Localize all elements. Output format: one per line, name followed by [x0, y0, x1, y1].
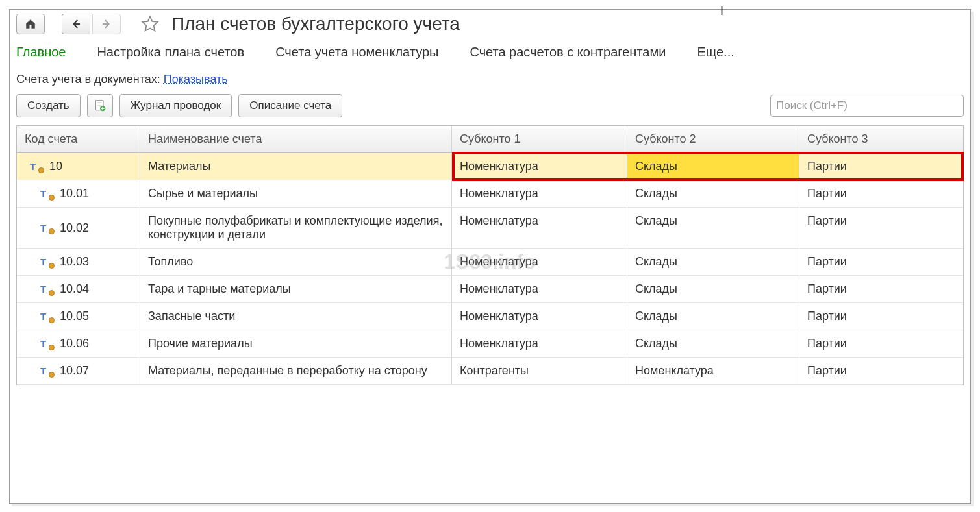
cell-code: Т10.02: [17, 208, 140, 248]
grid-header: Код счета Наименование счета Субконто 1 …: [17, 126, 963, 153]
home-button[interactable]: [16, 14, 45, 34]
cell-sub1: Номенклатура: [452, 180, 627, 207]
cell-name: Покупные полуфабрикаты и комплектующие и…: [140, 208, 452, 248]
cell-sub1: Контрагенты: [452, 358, 627, 384]
cell-sub3: Партии: [799, 208, 963, 248]
table-row[interactable]: Т10.02Покупные полуфабрикаты и комплекту…: [17, 208, 963, 249]
account-type-icon: Т: [40, 222, 52, 234]
search-input[interactable]: [770, 95, 964, 117]
app-window: I План счетов бухгалтерского учета Главн…: [9, 9, 971, 504]
table-row[interactable]: Т10.03ТопливоНоменклатураСкладыПартии: [17, 249, 963, 276]
forward-button[interactable]: [92, 14, 121, 34]
star-icon: [141, 15, 159, 33]
header-sub1[interactable]: Субконто 1: [452, 126, 627, 152]
grid-body: Т10МатериалыНоменклатураСкладыПартииТ10.…: [17, 153, 963, 385]
cell-sub1: Номенклатура: [452, 208, 627, 248]
cell-sub2: Склады: [627, 153, 799, 180]
tab-counterparty-accounts[interactable]: Счета расчетов с контрагентами: [470, 45, 666, 60]
cell-name: Топливо: [140, 249, 452, 275]
header-sub3[interactable]: Субконто 3: [799, 126, 963, 152]
account-type-icon: Т: [40, 338, 52, 350]
account-code: 10.06: [60, 337, 89, 350]
cell-sub2: Склады: [627, 180, 799, 207]
cell-sub1: Номенклатура: [452, 276, 627, 302]
filter-row: Счета учета в документах: Показывать: [10, 66, 970, 91]
cell-name: Материалы: [140, 153, 452, 180]
cell-name: Материалы, переданные в переработку на с…: [140, 358, 452, 384]
account-code: 10.02: [60, 221, 89, 235]
account-type-icon: Т: [40, 311, 52, 323]
cell-sub2: Склады: [627, 249, 799, 275]
table-row[interactable]: Т10.04Тара и тарные материалыНоменклатур…: [17, 276, 963, 303]
filter-label: Счета учета в документах:: [16, 73, 164, 86]
page-title: План счетов бухгалтерского учета: [171, 14, 460, 34]
copy-plus-icon: [94, 99, 107, 112]
accounts-grid: Код счета Наименование счета Субконто 1 …: [16, 125, 964, 385]
account-code: 10.03: [60, 255, 89, 269]
table-row[interactable]: Т10.01Сырье и материалыНоменклатураСклад…: [17, 180, 963, 208]
cell-sub3: Партии: [799, 358, 963, 384]
cell-code: Т10.06: [17, 330, 140, 357]
copy-button[interactable]: [87, 94, 113, 117]
account-code: 10: [49, 160, 62, 173]
cell-code: Т10: [17, 153, 140, 180]
filter-link[interactable]: Показывать: [164, 73, 228, 86]
cell-sub3: Партии: [799, 249, 963, 275]
nav-group: [16, 14, 121, 34]
cell-name: Прочие материалы: [140, 330, 452, 357]
titlebar: План счетов бухгалтерского учета: [10, 10, 970, 41]
cell-code: Т10.04: [17, 276, 140, 302]
tab-nomenclature-accounts[interactable]: Счета учета номенклатуры: [275, 45, 438, 60]
header-code[interactable]: Код счета: [17, 126, 140, 152]
account-type-icon: Т: [40, 284, 52, 295]
cell-sub2: Номенклатура: [627, 358, 799, 384]
journal-button[interactable]: Журнал проводок: [119, 94, 232, 117]
account-code: 10.01: [60, 187, 89, 201]
cell-sub2: Склады: [627, 330, 799, 357]
account-type-icon: Т: [40, 188, 52, 200]
cell-sub2: Склады: [627, 276, 799, 302]
cell-sub1: Номенклатура: [452, 303, 627, 330]
tab-more[interactable]: Еще...: [697, 45, 734, 60]
cell-sub2: Склады: [627, 303, 799, 330]
table-row[interactable]: Т10МатериалыНоменклатураСкладыПартии: [17, 153, 963, 180]
text-cursor-icon: I: [720, 5, 723, 18]
table-row[interactable]: Т10.05Запасные частиНоменклатураСкладыПа…: [17, 303, 963, 330]
account-type-icon: Т: [40, 256, 52, 268]
home-icon: [25, 18, 36, 30]
cell-name: Запасные части: [140, 303, 452, 330]
table-row[interactable]: Т10.07Материалы, переданные в переработк…: [17, 358, 963, 385]
account-type-icon: Т: [30, 161, 42, 173]
back-button[interactable]: [62, 14, 90, 34]
account-code: 10.07: [60, 364, 89, 378]
cell-sub2: Склады: [627, 208, 799, 248]
account-code: 10.04: [60, 282, 89, 296]
cell-code: Т10.03: [17, 249, 140, 275]
cell-sub3: Партии: [799, 153, 963, 180]
cell-code: Т10.07: [17, 358, 140, 384]
header-sub2[interactable]: Субконто 2: [627, 126, 799, 152]
favorite-button[interactable]: [140, 14, 160, 34]
cell-sub3: Партии: [799, 330, 963, 357]
cell-sub3: Партии: [799, 276, 963, 302]
table-row[interactable]: Т10.06Прочие материалыНоменклатураСклады…: [17, 330, 963, 358]
create-button[interactable]: Создать: [16, 94, 81, 117]
account-code: 10.05: [60, 310, 89, 323]
cell-sub1: Номенклатура: [452, 153, 627, 180]
tab-main[interactable]: Главное: [16, 45, 66, 60]
tabs: Главное Настройка плана счетов Счета уче…: [10, 41, 970, 66]
arrow-right-icon: [101, 18, 112, 30]
cell-code: Т10.01: [17, 180, 140, 207]
cell-code: Т10.05: [17, 303, 140, 330]
cell-name: Сырье и материалы: [140, 180, 452, 207]
header-name[interactable]: Наименование счета: [140, 126, 452, 152]
account-type-icon: Т: [40, 365, 52, 377]
cell-name: Тара и тарные материалы: [140, 276, 452, 302]
cell-sub1: Номенклатура: [452, 249, 627, 275]
cell-sub3: Партии: [799, 303, 963, 330]
cell-sub1: Номенклатура: [452, 330, 627, 357]
cell-sub3: Партии: [799, 180, 963, 207]
description-button[interactable]: Описание счета: [238, 94, 342, 117]
toolbar: Создать Журнал проводок Описание счета: [10, 91, 970, 125]
tab-setup[interactable]: Настройка плана счетов: [97, 45, 244, 60]
